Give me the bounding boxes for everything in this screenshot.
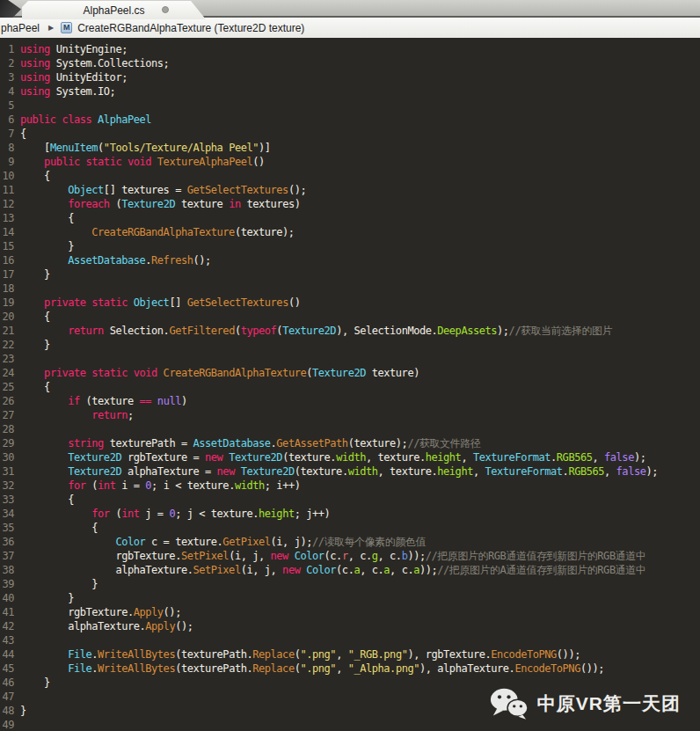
- line-number: 44: [0, 647, 14, 662]
- line-number: 17: [0, 267, 14, 281]
- code-text: rgbTexture.SetPixel(i, j, new Color(c.r,…: [20, 549, 645, 563]
- code-line: 13 {: [0, 211, 700, 225]
- code-line: 5: [0, 99, 700, 113]
- line-number: 18: [0, 281, 14, 296]
- code-line: 35 {: [0, 521, 700, 535]
- code-text: string texturePath = AssetDatabase.GetAs…: [20, 436, 480, 450]
- line-number: 42: [0, 619, 14, 633]
- code-line: 39 }: [0, 577, 700, 591]
- code-text: using UnityEngine;: [20, 42, 128, 56]
- line-number: 15: [0, 239, 14, 253]
- code-line: 20 {: [0, 310, 700, 324]
- code-text: if (texture == null): [20, 394, 187, 408]
- code-text: [MenuItem("Tools/Texture/Alpha Peel")]: [20, 141, 271, 155]
- code-text: {: [20, 493, 74, 507]
- code-line: 6public class AlphaPeel: [0, 113, 700, 127]
- code-text: using UnityEditor;: [20, 70, 128, 84]
- code-text: }: [20, 577, 98, 591]
- code-text: {: [20, 310, 50, 324]
- code-text: {: [20, 521, 98, 535]
- watermark: 中原VR第一天团: [490, 687, 681, 720]
- code-line: 30 Texture2D rgbTexture = new Texture2D(…: [0, 450, 700, 464]
- code-area[interactable]: 1using UnityEngine;2using System.Collect…: [0, 38, 700, 731]
- line-number: 13: [0, 211, 14, 225]
- line-number: 21: [0, 324, 14, 338]
- code-line: 2using System.Collections;: [0, 56, 700, 70]
- code-text: rgbTexture.Apply();: [20, 605, 181, 619]
- wechat-icon: [490, 687, 529, 720]
- line-number: 1: [0, 42, 14, 56]
- line-number: 39: [0, 577, 14, 591]
- code-line: 42 alphaTexture.Apply();: [0, 619, 700, 633]
- code-text: }: [20, 591, 74, 605]
- code-line: 32 for (int i = 0; i < texture.width; i+…: [0, 479, 700, 493]
- line-number: 7: [0, 127, 14, 141]
- breadcrumb-class-dropdown[interactable]: phaPeel: [0, 22, 40, 34]
- code-line: 8 [MenuItem("Tools/Texture/Alpha Peel")]: [0, 141, 700, 155]
- tab-alphapeel[interactable]: AlphaPeel.cs: [22, 1, 206, 19]
- code-line: 7{: [0, 127, 700, 141]
- code-text: for (int j = 0; j < texture.height; j++): [20, 507, 330, 521]
- line-number: 36: [0, 535, 14, 549]
- code-text: using System.IO;: [20, 84, 115, 99]
- code-text: }: [20, 704, 26, 718]
- code-text: }: [20, 267, 50, 281]
- code-line: 22 }: [0, 338, 700, 352]
- code-line: 16 AssetDatabase.Refresh();: [0, 253, 700, 267]
- line-number: 19: [0, 296, 14, 310]
- code-text: Texture2D rgbTexture = new Texture2D(tex…: [20, 450, 645, 464]
- tab-overflow-stub-icon: [0, 0, 21, 18]
- code-line: 18: [0, 281, 700, 296]
- unsaved-indicator-icon: [162, 6, 169, 13]
- line-number: 25: [0, 380, 14, 394]
- breadcrumb: phaPeel ▶ M CreateRGBandAlphaTexture (Te…: [0, 18, 700, 38]
- breadcrumb-method-dropdown[interactable]: CreateRGBandAlphaTexture (Texture2D text…: [77, 22, 304, 34]
- line-number: 24: [0, 366, 14, 380]
- watermark-text: 中原VR第一天团: [537, 691, 681, 716]
- line-number: 35: [0, 521, 14, 535]
- code-line: 45 File.WriteAllBytes(texturePath.Replac…: [0, 662, 700, 676]
- line-number: 10: [0, 169, 14, 183]
- code-line: 12 foreach (Texture2D texture in texture…: [0, 197, 700, 211]
- code-text: foreach (Texture2D texture in textures): [20, 197, 300, 211]
- code-text: AssetDatabase.Refresh();: [20, 253, 211, 267]
- code-line: 17 }: [0, 267, 700, 281]
- code-line: 33 {: [0, 493, 700, 507]
- code-text: alphaTexture.SetPixel(i, j, new Color(c.…: [20, 563, 645, 577]
- line-number: 20: [0, 310, 14, 324]
- line-number: 45: [0, 662, 14, 676]
- line-number: 40: [0, 591, 14, 605]
- code-line: 1using UnityEngine;: [0, 42, 700, 56]
- line-number: 41: [0, 605, 14, 619]
- code-line: 38 alphaTexture.SetPixel(i, j, new Color…: [0, 563, 700, 577]
- line-number: 11: [0, 183, 14, 197]
- code-line: 15 }: [0, 239, 700, 253]
- code-text: private static void CreateRGBandAlphaTex…: [20, 366, 419, 380]
- tab-bar: AlphaPeel.cs: [0, 0, 700, 18]
- line-number: 4: [0, 84, 14, 99]
- code-text: private static Object[] GetSelectTexture…: [20, 296, 300, 310]
- code-text: Color c = texture.GetPixel(i, j);//读取每个像…: [20, 535, 426, 549]
- line-number: 8: [0, 141, 14, 155]
- code-text: return;: [20, 408, 134, 422]
- code-text: {: [20, 169, 50, 183]
- code-line: 23: [0, 352, 700, 366]
- code-line: 10 {: [0, 169, 700, 183]
- line-number: 12: [0, 197, 14, 211]
- code-line: 9 public static void TextureAlphaPeel(): [0, 155, 700, 169]
- code-text: CreateRGBandAlphaTexture(texture);: [20, 225, 295, 239]
- line-number: 6: [0, 113, 14, 127]
- line-number: 33: [0, 493, 14, 507]
- line-number: 22: [0, 338, 14, 352]
- code-line: 40 }: [0, 591, 700, 605]
- line-number: 43: [0, 633, 14, 647]
- code-text: {: [20, 380, 50, 394]
- code-line: 36 Color c = texture.GetPixel(i, j);//读取…: [0, 535, 700, 549]
- tab-label: AlphaPeel.cs: [83, 4, 144, 17]
- code-line: 29 string texturePath = AssetDatabase.Ge…: [0, 436, 700, 450]
- code-text: }: [20, 676, 50, 690]
- code-text: Texture2D alphaTexture = new Texture2D(t…: [20, 464, 658, 479]
- chevron-right-icon: ▶: [48, 24, 54, 32]
- line-number: 30: [0, 450, 14, 464]
- code-line: 31 Texture2D alphaTexture = new Texture2…: [0, 464, 700, 479]
